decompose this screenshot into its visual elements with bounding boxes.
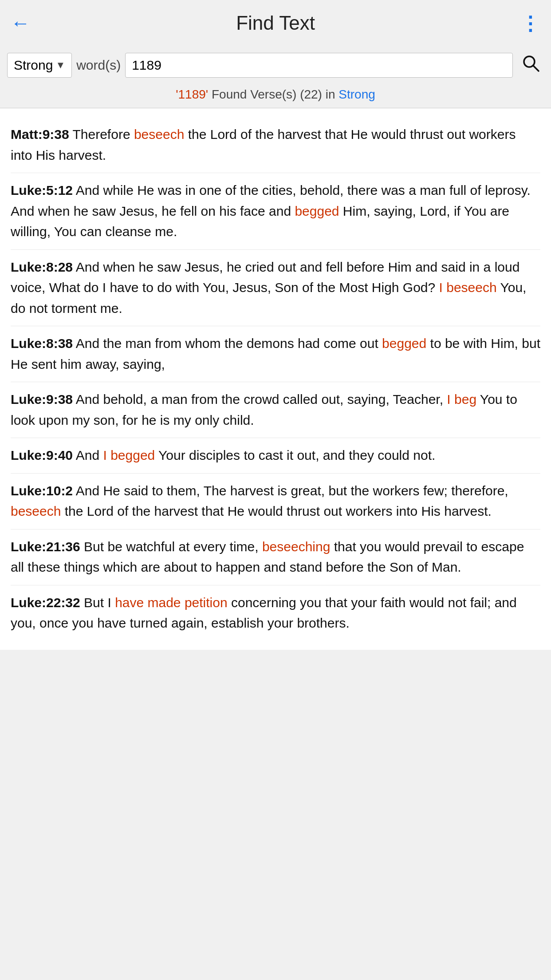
search-bar: Strong ▼ word(s) [0,46,551,84]
result-query: '1189' [176,87,208,101]
page-title: Find Text [37,12,514,34]
verse-ref: Luke:5:12 [11,183,73,198]
search-button[interactable] [517,51,544,79]
list-item[interactable]: Luke:21:36 But be watchful at every time… [11,530,540,585]
top-bar: ← Find Text ⋮ [0,0,551,46]
verse-ref: Luke:8:38 [11,336,73,351]
verse-highlight: beseeching [262,539,330,554]
verse-ref: Luke:21:36 [11,539,80,554]
svg-line-1 [533,66,539,71]
verse-ref: Luke:22:32 [11,595,80,610]
verse-ref: Luke:9:40 [11,448,73,462]
verse-highlight: I beseech [439,280,497,295]
verse-highlight: beseech [11,504,61,518]
back-button[interactable]: ← [11,12,37,34]
words-label: word(s) [76,58,121,73]
strong-select-dropdown[interactable]: Strong ▼ [7,53,72,78]
result-bar: '1189' Found Verse(s) (22) in Strong [0,84,551,108]
more-menu-button[interactable]: ⋮ [514,12,540,35]
verse-ref: Luke:10:2 [11,483,73,498]
list-item[interactable]: Luke:8:28 And when he saw Jesus, he crie… [11,250,540,327]
strong-select-label: Strong [14,58,53,73]
verse-highlight: beseech [134,127,184,142]
list-item[interactable]: Luke:9:38 And behold, a man from the cro… [11,382,540,438]
verse-highlight: I beg [447,392,476,407]
list-item[interactable]: Matt:9:38 Therefore beseech the Lord of … [11,117,540,173]
result-link[interactable]: Strong [338,87,375,101]
verse-list: Matt:9:38 Therefore beseech the Lord of … [0,108,551,650]
list-item[interactable]: Luke:8:38 And the man from whom the demo… [11,326,540,382]
dropdown-arrow-icon: ▼ [55,59,65,71]
verse-highlight: begged [382,336,426,351]
verse-ref: Luke:9:38 [11,392,73,407]
list-item[interactable]: Luke:5:12 And while He was in one of the… [11,173,540,250]
list-item[interactable]: Luke:22:32 But I have made petition conc… [11,585,540,641]
search-input[interactable] [125,53,513,78]
verse-ref: Luke:8:28 [11,260,73,274]
verse-highlight: have made petition [115,595,228,610]
list-item[interactable]: Luke:9:40 And I begged Your disciples to… [11,438,540,474]
list-item[interactable]: Luke:10:2 And He said to them, The harve… [11,474,540,530]
result-summary: Found Verse(s) (22) in [212,87,338,101]
verse-highlight: I begged [103,448,155,462]
verse-highlight: begged [295,204,339,218]
verse-ref: Matt:9:38 [11,127,69,142]
